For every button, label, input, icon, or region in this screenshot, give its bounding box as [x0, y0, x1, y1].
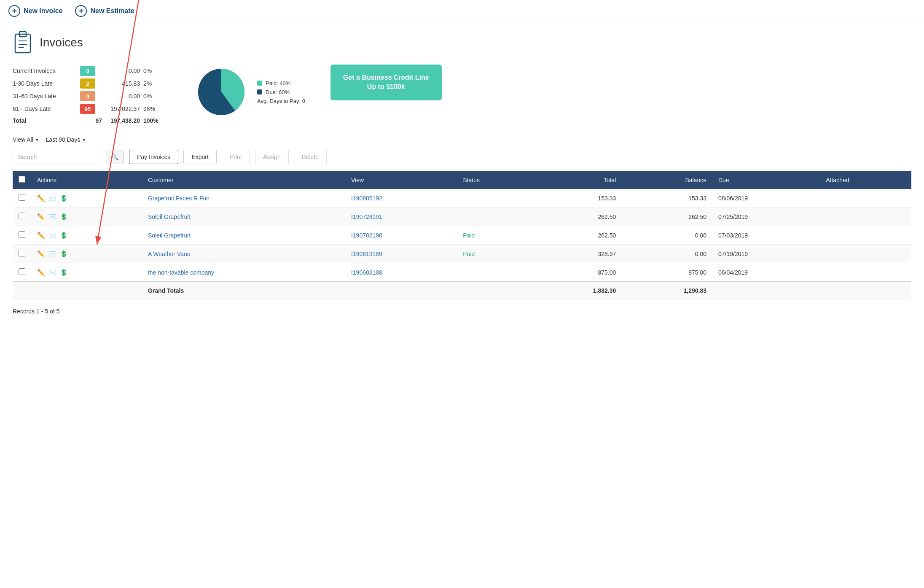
table-wrapper: Actions Customer View Status Total Balan…	[13, 171, 911, 299]
row-checkbox-3[interactable]	[19, 250, 25, 256]
balance-4: 875.00	[622, 263, 712, 282]
mail-icon-3[interactable]: ✉️	[48, 250, 56, 258]
legend-label-due: Due: 60%	[266, 89, 290, 95]
view-link-4[interactable]: I190603188	[351, 269, 382, 276]
delete-button[interactable]: Delete	[294, 150, 327, 164]
view-all-arrow-icon: ▼	[35, 138, 39, 142]
print-button[interactable]: Print	[222, 150, 250, 164]
legend-item-avg: Avg. Days to Pay: 0	[257, 98, 305, 104]
mail-icon-2[interactable]: ✉️	[48, 232, 56, 239]
stats-grid: Current Invoices 0 0.00 0% 1-30 Days Lat…	[13, 65, 169, 126]
customer-link-2[interactable]: Soleil Grapefruit	[148, 232, 190, 239]
col-customer: Customer	[142, 171, 345, 189]
stat-pct-2: 0%	[143, 93, 169, 100]
chart-legend: Paid: 40% Due: 60% Avg. Days to Pay: 0	[257, 80, 305, 104]
attached-1	[820, 208, 911, 226]
search-button[interactable]: 🔍	[106, 150, 124, 164]
table-body: ✏️ ✉️ 💲 Grapefruit Faces R Fun I19080519…	[13, 189, 911, 299]
grand-total-balance: 1,290.83	[622, 282, 712, 299]
payment-icon-3[interactable]: 💲	[60, 250, 68, 258]
row-actions-4: ✏️ ✉️ 💲	[37, 269, 136, 276]
customer-link-1[interactable]: Soleil Grapefruit	[148, 213, 190, 220]
cta-banner[interactable]: Get a Business Credit LineUp to $100k	[330, 65, 442, 100]
payment-icon-2[interactable]: 💲	[60, 232, 68, 239]
new-invoice-button[interactable]: + New Invoice	[8, 5, 62, 17]
legend-dot-paid	[257, 81, 262, 86]
action-bar: 🔍 Pay Invoices Export Print Assign Delet…	[13, 150, 911, 164]
due-2: 07/03/2019	[712, 226, 820, 245]
stats-total-amount: 197,438.20	[105, 117, 143, 124]
mail-icon-4[interactable]: ✉️	[48, 269, 56, 276]
new-estimate-label: New Estimate	[90, 7, 134, 15]
stat-label-2: 31-60 Days Late	[13, 91, 80, 102]
mail-icon-0[interactable]: ✉️	[48, 194, 56, 202]
edit-icon-2[interactable]: ✏️	[37, 232, 45, 239]
select-all-checkbox[interactable]	[19, 176, 25, 183]
legend-dot-due	[257, 89, 262, 94]
customer-link-3[interactable]: A Weather Vane	[148, 251, 191, 257]
legend-label-avg: Avg. Days to Pay: 0	[257, 98, 305, 104]
edit-icon-3[interactable]: ✏️	[37, 250, 45, 258]
legend-item-due: Due: 60%	[257, 89, 305, 95]
stats-total-count: 97	[80, 117, 105, 124]
last-90-days-label: Last 90 Days	[46, 136, 81, 143]
stat-amount-1: 415.83	[105, 80, 143, 87]
due-0: 08/06/2019	[712, 189, 820, 208]
due-3: 07/19/2019	[712, 245, 820, 263]
payment-icon-1[interactable]: 💲	[60, 213, 68, 221]
records-count: Records 1 - 5 of 5	[13, 308, 911, 315]
row-checkbox-4[interactable]	[19, 268, 25, 275]
stat-amount-2: 0.00	[105, 93, 143, 100]
status-3: Paid	[457, 245, 531, 263]
stat-pct-0: 0%	[143, 67, 169, 74]
view-all-dropdown[interactable]: View All ▼	[13, 136, 39, 143]
view-link-1[interactable]: I190724191	[351, 213, 382, 220]
customer-link-4[interactable]: the non-taxable company	[148, 269, 214, 276]
row-checkbox-2[interactable]	[19, 231, 25, 238]
page-header: Invoices	[13, 31, 911, 54]
stats-total-pct: 100%	[143, 117, 169, 124]
col-due: Due	[712, 171, 820, 189]
pay-invoices-button[interactable]: Pay Invoices	[129, 150, 178, 164]
total-3: 328.97	[532, 245, 622, 263]
view-link-0[interactable]: I190805192	[351, 195, 382, 202]
edit-icon-0[interactable]: ✏️	[37, 194, 45, 202]
total-0: 153.33	[532, 189, 622, 208]
cta-label: Get a Business Credit LineUp to $100k	[343, 74, 429, 90]
edit-icon-1[interactable]: ✏️	[37, 213, 45, 221]
row-checkbox-1[interactable]	[19, 213, 25, 219]
plus-icon-invoice: +	[8, 5, 20, 17]
search-input[interactable]	[13, 150, 106, 164]
customer-link-0[interactable]: Grapefruit Faces R Fun	[148, 195, 210, 202]
stat-pct-1: 2%	[143, 80, 169, 87]
clipboard-icon	[13, 31, 33, 54]
attached-2	[820, 226, 911, 245]
stat-amount-0: 0.00	[105, 67, 143, 74]
new-invoice-label: New Invoice	[24, 7, 62, 15]
table-row: ✏️ ✉️ 💲 Grapefruit Faces R Fun I19080519…	[13, 189, 911, 208]
status-2: Paid	[457, 226, 531, 245]
new-estimate-button[interactable]: + New Estimate	[75, 5, 134, 17]
grand-totals-label: Grand Totals	[142, 282, 345, 299]
last-90-days-dropdown[interactable]: Last 90 Days ▼	[46, 136, 86, 143]
payment-icon-0[interactable]: 💲	[60, 194, 68, 202]
last-90-days-arrow-icon: ▼	[82, 138, 86, 142]
table-row: ✏️ ✉️ 💲 Soleil Grapefruit I190724191 262…	[13, 208, 911, 226]
pie-chart	[194, 65, 249, 119]
stats-section: Current Invoices 0 0.00 0% 1-30 Days Lat…	[13, 65, 911, 126]
due-1: 07/25/2019	[712, 208, 820, 226]
stat-badge-3: 95	[80, 104, 95, 114]
mail-icon-1[interactable]: ✉️	[48, 213, 56, 221]
balance-0: 153.33	[622, 189, 712, 208]
view-link-3[interactable]: I190619189	[351, 251, 382, 257]
table-row: ✏️ ✉️ 💲 Soleil Grapefruit I190702190 Pai…	[13, 226, 911, 245]
stat-label-0: Current Invoices	[13, 65, 80, 76]
view-link-2[interactable]: I190702190	[351, 232, 382, 239]
edit-icon-4[interactable]: ✏️	[37, 269, 45, 276]
row-checkbox-0[interactable]	[19, 194, 25, 201]
col-status: Status	[457, 171, 531, 189]
assign-button[interactable]: Assign	[255, 150, 289, 164]
view-all-label: View All	[13, 136, 33, 143]
export-button[interactable]: Export	[183, 150, 216, 164]
payment-icon-4[interactable]: 💲	[60, 269, 68, 276]
